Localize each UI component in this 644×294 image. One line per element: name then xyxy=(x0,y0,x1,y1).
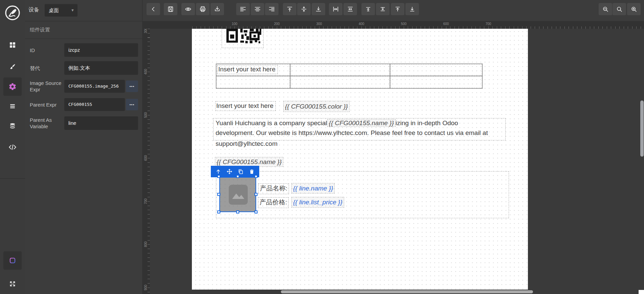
paragraph-line-2[interactable]: development. Our website is https://www.… xyxy=(216,129,488,137)
placeholder-line-name[interactable]: {{ line.name }} xyxy=(291,183,335,194)
square-outline-icon[interactable] xyxy=(3,251,22,270)
align-right-button[interactable] xyxy=(265,3,279,15)
report-designer-app: 设备 桌面 ▼ xyxy=(0,0,644,294)
vertical-ruler: 300 400 500 600 700 800 900 xyxy=(142,29,150,294)
resize-handle-sw[interactable] xyxy=(217,210,220,213)
placeholder-cfg-name[interactable]: {{ CFG000155.name }} xyxy=(215,157,283,167)
paintbrush-icon[interactable] xyxy=(3,58,22,76)
resize-handle-nw[interactable] xyxy=(217,175,220,178)
push-bottom-button[interactable] xyxy=(376,3,390,15)
more-options-button ellipsis-icon[interactable]: ••• xyxy=(126,81,138,92)
layers-icon[interactable] xyxy=(3,97,22,115)
image-source-expr-input[interactable]: CFG000155.image_256 xyxy=(64,80,125,93)
image-icon xyxy=(229,185,248,205)
placeholder-cfg-color[interactable]: {{ CFG000155.color }} xyxy=(283,101,350,112)
product-price-label[interactable]: 产品价格: xyxy=(258,197,289,208)
cell-selection-outline xyxy=(391,64,482,75)
move-button move-icon[interactable] xyxy=(226,168,232,175)
to-top-button[interactable] xyxy=(391,3,404,15)
line-loop-container[interactable] xyxy=(216,171,509,218)
text-block[interactable]: Insert your text here xyxy=(215,101,276,111)
device-select[interactable]: 桌面 ▼ xyxy=(45,4,77,17)
ruler-label: 100 xyxy=(232,22,238,26)
ruler-label: 200 xyxy=(274,22,280,26)
cell-selection-outline xyxy=(217,64,290,75)
more-options-button ellipsis-icon[interactable]: ••• xyxy=(126,99,138,110)
cell-selection-outline xyxy=(291,64,390,75)
table-cell[interactable] xyxy=(290,76,390,89)
resize-handle-e[interactable] xyxy=(254,193,258,196)
duplicate-button copy-icon[interactable] xyxy=(238,168,244,175)
select-parent-button arrow-up-icon[interactable] xyxy=(215,168,221,175)
ruler-label: 700 xyxy=(486,22,491,26)
placeholder-line-list-price[interactable]: {{ line.list_price }} xyxy=(291,197,344,208)
table-cell[interactable] xyxy=(390,64,483,76)
content-table[interactable]: Insert your text here xyxy=(216,64,483,89)
rail-divider xyxy=(0,178,25,179)
design-canvas[interactable]: Insert your text here Insert your text h… xyxy=(150,29,644,294)
to-bottom-button[interactable] xyxy=(405,3,419,15)
save-button floppy-icon[interactable] xyxy=(164,3,177,15)
vertical-scrollbar-thumb[interactable] xyxy=(640,100,644,157)
app-logo pen-logo-icon[interactable] xyxy=(4,5,21,21)
valign-middle-button[interactable] xyxy=(297,3,311,15)
table-cell[interactable] xyxy=(216,76,290,89)
align-center-button[interactable] xyxy=(251,3,264,15)
valign-bottom-button[interactable] xyxy=(312,3,325,15)
code-icon[interactable] xyxy=(3,138,22,156)
database-icon[interactable] xyxy=(3,117,22,135)
qr-code-image[interactable] xyxy=(224,29,261,43)
device-bar: 设备 桌面 ▼ xyxy=(25,0,142,21)
parent-as-variable-input[interactable]: line xyxy=(64,116,138,130)
valign-top-button[interactable] xyxy=(283,3,296,15)
paragraph-line-1[interactable]: Yuanli Huichuang is a company special{{ … xyxy=(216,119,458,127)
zoom-in-button magnifier-plus-icon[interactable] xyxy=(627,3,641,15)
document-page[interactable]: Insert your text here Insert your text h… xyxy=(192,29,528,290)
resize-handle-se[interactable] xyxy=(254,210,258,213)
resize-handle-w[interactable] xyxy=(217,193,220,196)
print-button printer-icon[interactable] xyxy=(196,3,209,15)
product-name-label[interactable]: 产品名称: xyxy=(258,183,289,194)
ruler-ticks xyxy=(192,26,644,29)
space-horizontal-button[interactable] xyxy=(329,3,342,15)
align-left-button[interactable] xyxy=(236,3,250,15)
space-vertical-button[interactable] xyxy=(343,3,357,15)
preview-button eye-icon[interactable] xyxy=(181,3,195,15)
field-row-parent-as-variable: Parent As Variable line xyxy=(30,115,138,131)
cell-selection-outline xyxy=(291,76,390,88)
table-cell[interactable] xyxy=(290,64,390,76)
zoom-out-button magnifier-minus-icon[interactable] xyxy=(599,3,612,15)
ruler-label: 400 xyxy=(144,63,148,81)
resize-handle-s[interactable] xyxy=(236,210,239,213)
resize-handle-n[interactable] xyxy=(236,175,239,178)
field-label: 替代 xyxy=(30,65,64,71)
zoom-reset-button magnifier-icon[interactable] xyxy=(613,3,626,15)
parent-expr-input[interactable]: CFG000155 xyxy=(64,98,125,111)
ruler-label: 800 xyxy=(144,235,148,253)
paragraph-text: Yuanli Huichuang is a company special xyxy=(216,119,327,127)
gear-icon settings-tab[interactable] xyxy=(3,77,22,96)
ruler-label: 500 xyxy=(401,22,407,26)
scrollbar-corner xyxy=(639,290,644,294)
placeholder-cfg-name-inline[interactable]: {{ CFG000155.name }} xyxy=(327,119,396,127)
export-button download-icon[interactable] xyxy=(210,3,224,15)
id-input[interactable]: izcpz xyxy=(64,43,138,57)
horizontal-scrollbar-thumb[interactable] xyxy=(281,290,533,293)
ruler-label: 300 xyxy=(316,22,322,26)
push-top-button[interactable] xyxy=(361,3,375,15)
table-cell[interactable]: Insert your text here xyxy=(216,64,290,76)
paragraph-line-3[interactable]: support@ylhctec.com xyxy=(216,140,277,148)
ruler-label: 400 xyxy=(359,22,364,26)
field-row-id: ID izcpz xyxy=(30,43,138,57)
panel-title: 组件设置 xyxy=(30,21,50,38)
delete-button trash-icon[interactable] xyxy=(249,168,255,175)
expand-arrows-icon[interactable] xyxy=(3,275,22,293)
ruler-label: 600 xyxy=(443,22,449,26)
alt-input[interactable]: 例如.文本 xyxy=(64,61,138,75)
table-cell[interactable] xyxy=(390,76,483,89)
ruler-label: 600 xyxy=(144,149,148,167)
back-button chevron-left-icon[interactable] xyxy=(147,3,160,15)
selected-image-placeholder[interactable] xyxy=(219,177,256,212)
resize-handle-ne[interactable] xyxy=(254,175,258,178)
blocks-icon[interactable] xyxy=(3,36,22,54)
